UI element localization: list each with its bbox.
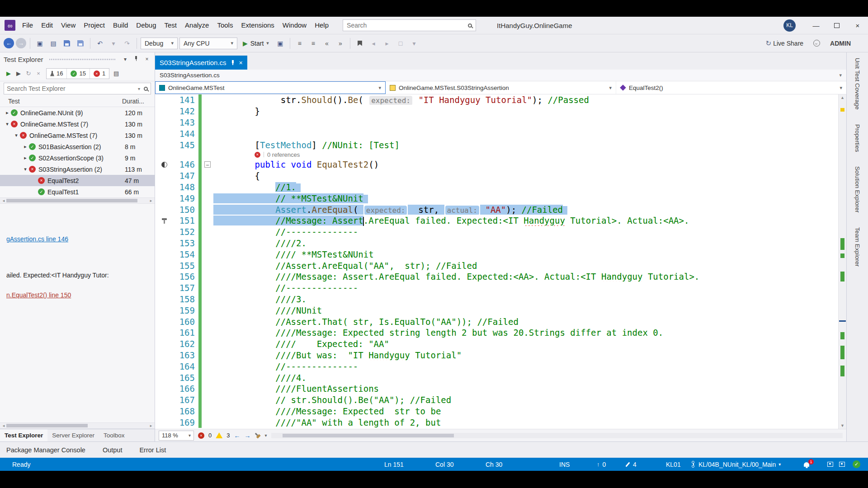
glyph-margin[interactable] — [155, 394, 173, 406]
glyph-margin[interactable] — [155, 249, 173, 260]
glyph-margin[interactable] — [155, 327, 173, 338]
line-number[interactable]: 143 — [173, 117, 198, 127]
filter-total-tests[interactable]: 16 — [47, 69, 67, 79]
feedback-icon[interactable] — [813, 40, 820, 47]
menu-test[interactable]: Test — [160, 17, 181, 34]
line-number[interactable]: 154 — [173, 249, 198, 259]
project-dropdown[interactable]: OnlineGame.MSTest ▾ — [155, 81, 386, 94]
code-line-164[interactable]: 164 //-------------- — [155, 361, 838, 372]
line-number[interactable]: 159 — [173, 305, 198, 315]
scrollbar-thumb[interactable] — [283, 434, 454, 437]
line-number[interactable]: 141 — [173, 95, 198, 105]
redo-icon[interactable]: ↷ — [121, 38, 133, 49]
pending-changes-button[interactable]: 4 — [627, 458, 637, 471]
close-panel-icon[interactable]: × — [143, 56, 151, 62]
glyph-margin[interactable] — [155, 139, 173, 150]
code-text[interactable]: ////NUnit — [213, 305, 838, 315]
code-editor[interactable]: 141 _str.Should().Be( expected: "IT Hand… — [155, 94, 838, 429]
code-line-159[interactable]: 159 ////NUnit — [155, 305, 838, 316]
panel-tab-package-manager-console[interactable]: Package Manager Console — [6, 446, 85, 454]
code-line-167[interactable]: 167 //_str.Should().Be("AA"); //Failed — [155, 394, 838, 406]
test-tree-item[interactable]: ▸✓OnlineGame.NUnit (9)120 m — [0, 107, 155, 118]
code-text[interactable]: } — [213, 106, 838, 116]
save-icon[interactable] — [61, 38, 73, 49]
solution-configuration-dropdown[interactable]: Debug ▾ — [141, 38, 178, 49]
indent-decrease-icon[interactable]: « — [321, 38, 333, 49]
glyph-margin[interactable] — [155, 316, 173, 327]
expander-icon[interactable]: ▾ — [4, 121, 11, 127]
glyph-margin[interactable] — [155, 117, 173, 128]
collapse-region-icon[interactable]: – — [204, 161, 211, 168]
glyph-margin[interactable] — [155, 294, 173, 305]
toolbar-overflow-icon[interactable]: ▾ — [408, 38, 420, 49]
line-number[interactable]: 166 — [173, 384, 198, 394]
glyph-margin[interactable] — [155, 204, 173, 215]
code-line-145[interactable]: 145 [TestMethod] //NUnit: [Test] — [155, 139, 838, 150]
panel-tab-output[interactable]: Output — [103, 446, 123, 454]
line-number[interactable]: 161 — [173, 328, 198, 338]
status-line[interactable]: Ln 151 — [384, 458, 404, 471]
sync-status-button[interactable]: ✓ — [853, 458, 860, 471]
status-character[interactable]: Ch 30 — [486, 458, 502, 471]
run-tests-icon[interactable]: ▶ — [14, 70, 24, 77]
tree-horizontal-scrollbar[interactable]: ◂ ▸ — [0, 197, 155, 204]
zoom-dropdown[interactable]: 118 % ▾ — [159, 431, 194, 441]
code-text[interactable]: ////FluentAssertions — [213, 384, 838, 394]
code-line-153[interactable]: 153 ////2. — [155, 238, 838, 249]
glyph-margin[interactable] — [155, 128, 173, 139]
line-number[interactable]: 155 — [173, 261, 198, 271]
side-tab-team-explorer[interactable]: Team Explorer — [854, 224, 861, 270]
line-number[interactable]: 158 — [173, 294, 198, 304]
pin-icon[interactable] — [231, 60, 235, 66]
code-line-163[interactable]: 163 ////But was: "IT Handyguy Tutorial" — [155, 350, 838, 361]
filter-passed-tests[interactable]: ✓ 15 — [67, 69, 90, 79]
menu-edit[interactable]: Edit — [37, 17, 57, 34]
glyph-margin[interactable] — [155, 192, 173, 204]
branch-button[interactable]: KL/04B_NUnit_KL/00_Main ▾ — [690, 458, 781, 471]
code-line-149[interactable]: 149 // **MSTest&NUnit — [155, 192, 838, 204]
line-number[interactable]: 160 — [173, 317, 198, 327]
line-number[interactable]: 153 — [173, 238, 198, 248]
scroll-right-icon[interactable]: ▸ — [148, 423, 154, 428]
menu-analyze[interactable]: Analyze — [181, 17, 213, 34]
class-dropdown[interactable]: OnlineGame.MSTest.S03StringAssertion ▾ — [386, 81, 616, 94]
global-search-box[interactable] — [343, 19, 476, 31]
test-tree-item[interactable]: ▾×OnlineGame.MSTest (7)130 m — [0, 118, 155, 130]
warning-icon[interactable] — [216, 432, 222, 438]
chevron-down-icon[interactable]: ▾ — [264, 433, 267, 438]
glyph-margin[interactable] — [155, 383, 173, 394]
pin-icon[interactable] — [132, 56, 140, 63]
code-line-168[interactable]: 168 ////Message: Expected _str to be — [155, 406, 838, 417]
code-line-162[interactable]: 162 //// Expected: "AA" — [155, 338, 838, 350]
editor-vertical-scrollbar[interactable]: ▲ ▼ — [838, 94, 846, 429]
code-text[interactable]: ////3. — [213, 294, 838, 304]
menu-help[interactable]: Help — [311, 17, 333, 34]
code-text[interactable]: // **MSTest&NUnit — [213, 193, 838, 203]
glyph-margin[interactable] — [155, 170, 173, 182]
test-tree-item[interactable]: ▸✓S02AssertionScope (3)9 m — [0, 152, 155, 164]
status-column[interactable]: Col 30 — [435, 458, 453, 471]
notifications-button[interactable]: 1 — [804, 458, 809, 471]
chevron-down-icon[interactable]: ▾ — [839, 72, 842, 78]
quick-actions-hammer-icon[interactable] — [161, 218, 167, 224]
test-tree-item[interactable]: ✓EqualTest166 m — [0, 186, 155, 197]
undo-dropdown-icon[interactable]: ▾ — [108, 38, 119, 49]
codelens-references[interactable]: 0 references — [267, 151, 300, 158]
line-above-icon[interactable]: ≡ — [294, 38, 306, 49]
side-tab-unit-test-coverage[interactable]: Unit Test Coverage — [854, 54, 861, 113]
drag-grip[interactable] — [49, 58, 116, 61]
menu-window[interactable]: Window — [278, 17, 311, 34]
details-horizontal-scrollbar[interactable]: ◂ ▸ — [0, 422, 155, 429]
chevron-down-icon[interactable]: ▾ — [138, 86, 140, 91]
test-search-input[interactable] — [7, 85, 134, 92]
glyph-margin[interactable] — [155, 94, 173, 106]
tool-tab-test-explorer[interactable]: Test Explorer — [0, 429, 47, 441]
code-cleanup-icon[interactable] — [254, 431, 262, 439]
live-share-group[interactable]: ↻ Live Share — [766, 39, 804, 47]
scrollbar-thumb[interactable] — [6, 424, 88, 427]
code-line-148[interactable]: 148 //1. — [155, 182, 838, 193]
glyph-margin[interactable] — [155, 159, 173, 170]
glyph-margin[interactable] — [155, 305, 173, 316]
glyph-margin[interactable] — [155, 182, 173, 193]
expander-icon[interactable]: ▸ — [22, 144, 29, 150]
